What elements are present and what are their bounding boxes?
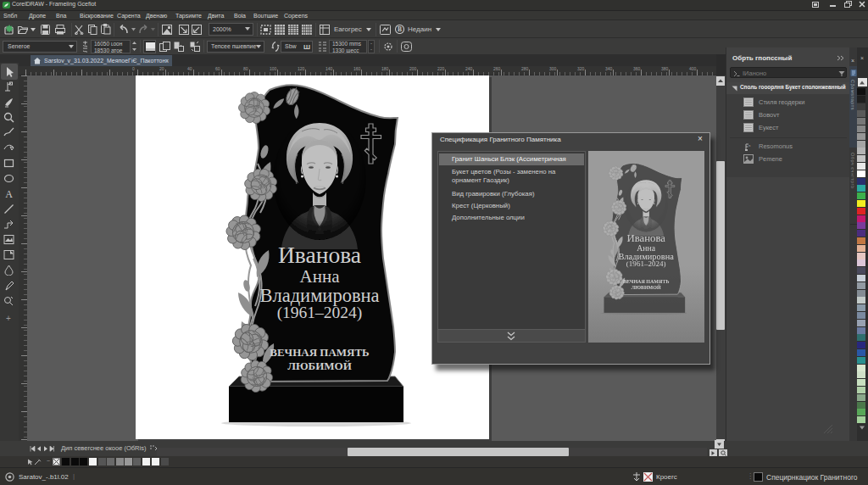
svg-text:x: x xyxy=(748,143,751,148)
svg-text:A: A xyxy=(5,188,13,199)
svg-text:В: В xyxy=(398,25,402,33)
